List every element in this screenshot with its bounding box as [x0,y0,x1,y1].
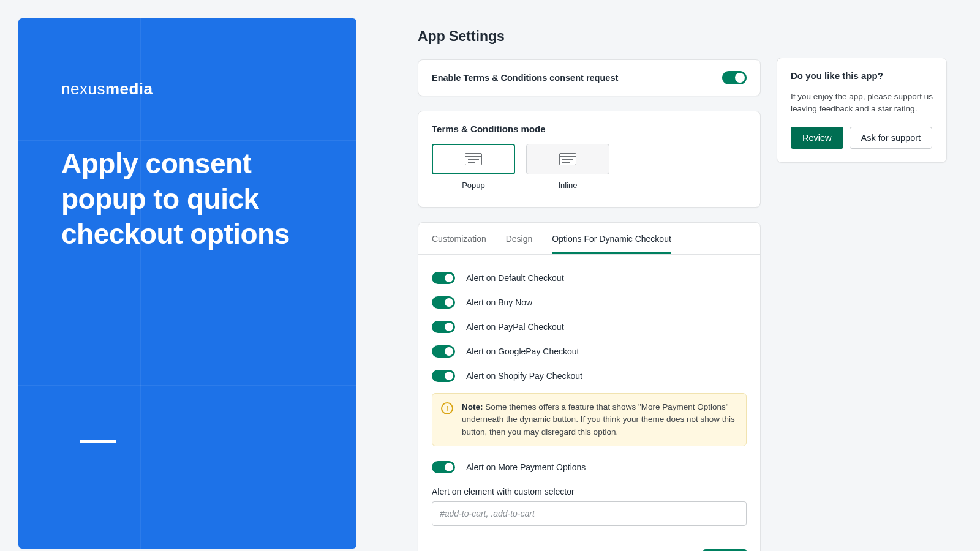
brand-logo: nexusmedia [61,80,314,99]
mode-label: Popup [432,181,515,190]
toggle-buy-now[interactable] [432,296,455,309]
mode-card: Terms & Conditions mode Popup [418,111,761,208]
brand-bold: media [105,80,153,98]
toggle-label: Alert on GooglePay Checkout [466,347,579,356]
feedback-body: If you enjoy the app, please support us … [791,91,933,116]
toggle-row-googlepay: Alert on GooglePay Checkout [432,339,747,364]
note-banner: ! Note: Some themes offers a feature tha… [432,393,747,446]
warning-icon: ! [441,402,453,414]
toggle-paypal[interactable] [432,321,455,333]
toggle-shopify-pay[interactable] [432,370,455,382]
support-button[interactable]: Ask for support [850,127,933,149]
mode-option-inline[interactable]: Inline [526,144,609,190]
mode-heading: Terms & Conditions mode [432,124,747,134]
popup-icon [465,153,482,165]
mode-box [432,144,515,174]
feedback-title: Do you like this app? [791,70,933,81]
custom-selector-label: Alert on element with custom selector [432,487,747,497]
note-prefix: Note: [462,402,483,411]
feedback-buttons: Review Ask for support [791,127,933,149]
promo-headline: Apply consent popup to quick checkout op… [61,146,314,252]
toggle-label: Alert on Default Checkout [466,273,564,283]
promo-underline [80,440,116,443]
note-text: Note: Some themes offers a feature that … [462,401,737,438]
tab-body: Alert on Default Checkout Alert on Buy N… [418,255,760,551]
toggle-row-more-payment: Alert on More Payment Options [432,455,747,479]
toggle-label: Alert on Shopify Pay Checkout [466,371,582,381]
enable-label: Enable Terms & Conditions consent reques… [432,73,618,83]
review-button[interactable]: Review [791,127,843,149]
toggle-row-paypal: Alert on PayPal Checkout [432,315,747,339]
mode-options: Popup Inline [432,144,747,190]
toggle-googlepay[interactable] [432,345,455,358]
toggle-label: Alert on PayPal Checkout [466,322,564,332]
custom-selector-input[interactable] [432,501,747,526]
page-title: App Settings [418,28,761,45]
inline-icon [559,153,576,165]
toggle-default-checkout[interactable] [432,272,455,284]
toggle-more-payment[interactable] [432,461,455,473]
note-body: Some themes offers a feature that shows … [462,402,735,437]
tab-customization[interactable]: Customization [432,223,486,254]
mode-label: Inline [526,181,609,190]
enable-toggle[interactable] [722,71,747,84]
feedback-card: Do you like this app? If you enjoy the a… [777,58,947,163]
enable-card: Enable Terms & Conditions consent reques… [418,59,761,96]
tab-design[interactable]: Design [506,223,533,254]
toggle-label: Alert on Buy Now [466,298,532,307]
main-column: App Settings Enable Terms & Conditions c… [418,28,761,533]
mode-box [526,144,609,174]
tabs-card: Customization Design Options For Dynamic… [418,222,761,551]
toggle-row-default-checkout: Alert on Default Checkout [432,266,747,290]
tab-dynamic-checkout[interactable]: Options For Dynamic Checkout [552,223,671,254]
brand-light: nexus [61,80,105,98]
toggle-row-shopify-pay: Alert on Shopify Pay Checkout [432,364,747,388]
toggle-label: Alert on More Payment Options [466,462,586,472]
aside-column: Do you like this app? If you enjoy the a… [777,28,947,533]
tabs: Customization Design Options For Dynamic… [418,223,760,255]
content-area: App Settings Enable Terms & Conditions c… [418,18,962,533]
toggle-row-buy-now: Alert on Buy Now [432,290,747,315]
mode-option-popup[interactable]: Popup [432,144,515,190]
promo-card: nexusmedia Apply consent popup to quick … [18,18,356,549]
